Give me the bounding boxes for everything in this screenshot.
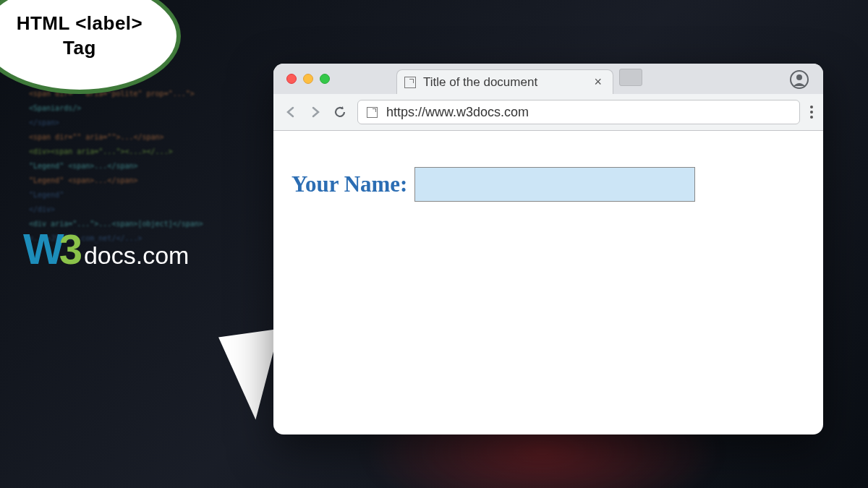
page-icon [367, 107, 378, 118]
w3docs-logo: W 3 docs .com [23, 224, 189, 274]
new-tab-button[interactable] [619, 69, 642, 86]
url-text: https://www.w3docs.com [386, 105, 529, 120]
logo-w: W [23, 224, 62, 274]
logo-docs: docs [84, 241, 136, 270]
profile-icon[interactable] [790, 70, 809, 89]
reload-button[interactable] [333, 105, 347, 119]
close-window-button[interactable] [286, 74, 297, 84]
back-button[interactable] [284, 105, 298, 119]
logo-com: .com [136, 241, 190, 270]
browser-chrome: Title of the document × [273, 64, 823, 131]
page-content: Your Name: [273, 131, 823, 238]
menu-button[interactable] [810, 106, 813, 119]
name-label[interactable]: Your Name: [292, 171, 407, 197]
close-tab-button[interactable]: × [594, 74, 602, 90]
logo-3: 3 [59, 225, 82, 273]
forward-button[interactable] [308, 105, 323, 119]
tab-bar: Title of the document × [273, 64, 823, 94]
name-input[interactable] [414, 167, 695, 202]
code-lines-decoration: <span dir="" aria="polite" prop="..."> <… [29, 87, 203, 246]
browser-window: Title of the document × [273, 64, 823, 435]
file-icon [404, 77, 416, 88]
tab-title: Title of the document [423, 75, 587, 90]
maximize-window-button[interactable] [320, 74, 330, 84]
traffic-lights [286, 74, 330, 84]
minimize-window-button[interactable] [303, 74, 313, 84]
address-bar: https://www.w3docs.com [273, 94, 823, 130]
browser-tab[interactable]: Title of the document × [396, 69, 613, 94]
svg-point-1 [796, 74, 802, 80]
form-row: Your Name: [292, 167, 805, 202]
url-input[interactable]: https://www.w3docs.com [357, 100, 800, 124]
title-text: HTML <label> Tag [17, 12, 143, 61]
